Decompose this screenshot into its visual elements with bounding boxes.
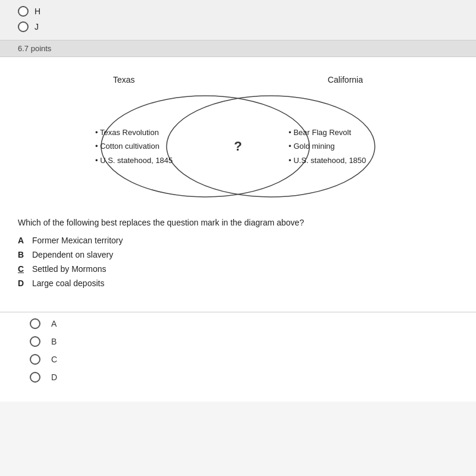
- venn-labels: Texas California: [83, 75, 393, 84]
- question-section: Texas California Texas Revolution Cotton…: [0, 57, 476, 312]
- answer-option-b: B Dependent on slavery: [18, 250, 458, 259]
- answer-letter-b: B: [18, 250, 27, 259]
- radio-c-circle[interactable]: [30, 354, 40, 365]
- answer-letter-c: C: [18, 264, 27, 274]
- venn-diagram: Texas California Texas Revolution Cotton…: [71, 75, 405, 206]
- radio-a-circle[interactable]: [30, 318, 40, 329]
- right-item-3: U.S. statehood, 1850: [289, 154, 387, 167]
- answer-text-d: Large coal deposits: [32, 278, 104, 288]
- answer-text-a: Former Mexican territory: [32, 236, 123, 245]
- previous-options-section: H J: [0, 0, 476, 40]
- radio-option-c[interactable]: C: [30, 354, 458, 365]
- points-number: 6.7 points: [18, 44, 51, 53]
- venn-diagram-wrapper: Texas Revolution Cotton cultivation U.S.…: [83, 87, 393, 206]
- answer-option-a: A Former Mexican territory: [18, 236, 458, 245]
- venn-left-title: Texas: [113, 75, 135, 84]
- venn-right-content: Bear Flag Revolt Gold mining U.S. stateh…: [289, 126, 387, 167]
- radio-d-circle[interactable]: [30, 372, 40, 383]
- option-j-label: J: [35, 22, 39, 32]
- radio-b-label: B: [51, 337, 57, 346]
- page: H J 6.7 points Texas California: [0, 0, 476, 476]
- left-item-2: Cotton cultivation: [95, 139, 187, 153]
- points-bar: 6.7 points: [0, 40, 476, 57]
- venn-left-content: Texas Revolution Cotton cultivation U.S.…: [95, 126, 187, 167]
- answer-text-b: Dependent on slavery: [32, 250, 113, 259]
- option-h-label: H: [35, 7, 40, 16]
- right-item-2: Gold mining: [289, 139, 387, 153]
- answer-letter-d: D: [18, 278, 27, 288]
- radio-option-a[interactable]: A: [30, 318, 458, 329]
- left-item-1: Texas Revolution: [95, 126, 187, 139]
- option-j-radio[interactable]: [18, 21, 29, 32]
- radio-b-circle[interactable]: [30, 336, 40, 347]
- answer-options: A Former Mexican territory B Dependent o…: [18, 236, 458, 288]
- radio-selection-section: A B C D: [0, 312, 476, 402]
- answer-option-c: C Settled by Mormons: [18, 264, 458, 274]
- venn-center-symbol: ?: [234, 139, 242, 154]
- option-h-radio[interactable]: [18, 6, 29, 17]
- question-text: Which of the following best replaces the…: [18, 218, 458, 227]
- left-item-3: U.S. statehood, 1845: [95, 154, 187, 167]
- radio-d-label: D: [51, 372, 57, 382]
- radio-a-label: A: [51, 319, 57, 328]
- venn-right-title: California: [328, 75, 363, 84]
- radio-c-label: C: [51, 355, 57, 364]
- option-h-row: H: [18, 6, 458, 17]
- radio-option-d[interactable]: D: [30, 372, 458, 383]
- radio-option-b[interactable]: B: [30, 336, 458, 347]
- right-item-1: Bear Flag Revolt: [289, 126, 387, 139]
- answer-letter-a: A: [18, 236, 27, 245]
- answer-text-c: Settled by Mormons: [32, 264, 107, 274]
- option-j-row: J: [18, 21, 458, 32]
- answer-option-d: D Large coal deposits: [18, 278, 458, 288]
